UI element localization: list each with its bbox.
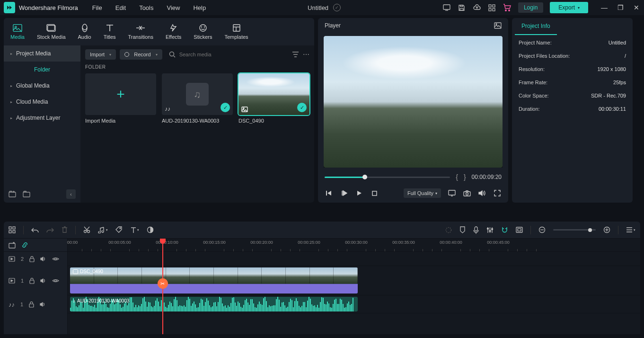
sidebar-global-media[interactable]: ▸Global Media (4, 78, 80, 94)
split-button[interactable]: ✂ (158, 278, 168, 289)
scrubber[interactable] (325, 177, 450, 178)
visibility-icon[interactable] (52, 257, 59, 261)
add-track-icon[interactable] (9, 242, 16, 249)
record-dropdown[interactable]: Record▾ (120, 49, 162, 60)
stop-button[interactable] (370, 189, 379, 197)
tag-icon[interactable] (115, 226, 123, 233)
main-menu: File Edit Tools View Help (92, 4, 206, 11)
display-icon[interactable] (448, 189, 456, 197)
folder-icon[interactable] (23, 191, 30, 197)
zoom-out-button[interactable] (538, 226, 546, 233)
mixer-icon[interactable] (486, 227, 494, 233)
track-header-a1[interactable]: ♪♪ 1 (4, 295, 67, 313)
audio-clip-tile[interactable]: ♫ ♪♪ ✓ AUD-20190130-WA0003 (162, 73, 233, 124)
volume-icon[interactable] (478, 189, 486, 197)
track-header-v2[interactable]: 2 (4, 252, 67, 266)
apps-icon[interactable] (488, 3, 496, 12)
menu-help[interactable]: Help (193, 4, 206, 11)
tab-transitions[interactable]: Transitions (128, 24, 153, 40)
fullscreen-icon[interactable] (493, 189, 502, 197)
timeline-tracks[interactable]: 00:0000:00:05:0000:00:10:0000:00:15:0000… (68, 239, 640, 334)
svg-rect-43 (475, 227, 477, 231)
mic-icon[interactable] (473, 226, 479, 234)
zoom-in-button[interactable] (603, 226, 610, 233)
snapshot-icon[interactable] (494, 22, 502, 29)
magnet-icon[interactable] (501, 226, 508, 233)
project-info-tab[interactable]: Project Info (515, 18, 557, 35)
mute-icon[interactable] (40, 278, 46, 284)
mark-out-button[interactable]: } (464, 173, 466, 181)
color-icon[interactable] (147, 226, 154, 233)
mark-in-button[interactable]: { (456, 173, 458, 181)
lock-icon[interactable] (29, 278, 35, 284)
timeline-ruler[interactable]: 00:0000:00:05:0000:00:10:0000:00:15:0000… (68, 239, 640, 252)
import-dropdown[interactable]: Import▾ (85, 49, 116, 60)
quality-dropdown[interactable]: Full Quality▾ (404, 188, 441, 198)
collapse-sidebar-button[interactable]: ‹ (66, 189, 76, 199)
tab-audio[interactable]: Audio (78, 24, 91, 40)
cloud-icon[interactable] (473, 3, 481, 12)
lock-icon[interactable] (29, 302, 34, 308)
text-icon[interactable]: ▾ (130, 227, 139, 233)
filter-icon[interactable] (292, 51, 299, 58)
mute-icon[interactable] (40, 302, 46, 307)
export-button[interactable]: Export▾ (550, 2, 588, 13)
tab-stock-media[interactable]: Stock Media (37, 24, 66, 40)
audio-track-1[interactable]: ♪AUD-20190130-WA0003 (68, 295, 640, 313)
video-clip[interactable]: DSC_0490 (70, 267, 358, 294)
tab-titles[interactable]: Titles (104, 24, 116, 40)
login-button[interactable]: Login (518, 2, 543, 13)
new-bin-icon[interactable] (9, 191, 16, 197)
search-icon[interactable] (169, 51, 176, 58)
playhead[interactable]: ✂ (162, 239, 163, 334)
tab-label: Stock Media (37, 34, 66, 40)
more-icon[interactable]: ⋯ (303, 51, 309, 58)
menu-view[interactable]: View (167, 4, 180, 11)
circle-icon[interactable] (445, 227, 452, 233)
step-back-button[interactable] (340, 189, 348, 197)
track-header-v1[interactable]: 1 (4, 266, 67, 295)
prev-frame-button[interactable] (325, 189, 333, 197)
svg-rect-21 (23, 192, 30, 197)
sidebar-adjustment-layer[interactable]: ▸Adjustment Layer (4, 110, 80, 126)
zoom-slider[interactable] (553, 229, 596, 231)
import-media-tile[interactable]: + Import Media (85, 73, 156, 124)
audio-edit-icon[interactable]: ▾ (98, 227, 108, 233)
tab-templates[interactable]: Templates (224, 24, 248, 40)
preview-viewport[interactable] (324, 36, 503, 168)
visibility-icon[interactable] (52, 278, 59, 283)
device-icon[interactable] (442, 3, 451, 12)
crop-icon[interactable] (516, 227, 523, 233)
image-clip-tile[interactable]: ✓ DSC_0490 (238, 73, 309, 124)
undo-button[interactable] (31, 227, 39, 233)
tab-media[interactable]: Media (10, 24, 25, 40)
sidebar-folder[interactable]: Folder (4, 62, 80, 78)
maximize-button[interactable]: ❐ (617, 4, 624, 11)
video-track-2[interactable] (68, 252, 640, 266)
sidebar-project-media[interactable]: ▸Project Media (4, 45, 80, 62)
camera-icon[interactable] (463, 189, 471, 197)
marker-icon[interactable] (459, 226, 466, 233)
mute-icon[interactable] (40, 256, 46, 262)
cart-icon[interactable] (503, 3, 512, 12)
audio-clip[interactable]: ♪AUD-20190130-WA0003 (70, 297, 358, 311)
close-button[interactable]: ✕ (633, 4, 640, 11)
delete-button[interactable] (62, 226, 68, 233)
layout-icon[interactable] (9, 226, 16, 233)
tab-stickers[interactable]: Stickers (194, 24, 212, 40)
menu-edit[interactable]: Edit (115, 4, 126, 11)
list-view-icon[interactable]: ▾ (626, 227, 635, 233)
minimize-button[interactable]: — (600, 4, 608, 11)
menu-tools[interactable]: Tools (139, 4, 153, 11)
tab-effects[interactable]: Effects (166, 24, 181, 40)
redo-button[interactable] (46, 227, 54, 233)
link-icon[interactable] (21, 241, 28, 249)
video-track-1[interactable]: DSC_0490 (68, 266, 640, 295)
cut-button[interactable] (83, 226, 90, 233)
save-icon[interactable] (458, 3, 466, 12)
lock-icon[interactable] (29, 256, 35, 262)
sidebar-cloud-media[interactable]: ▸Cloud Media (4, 94, 80, 110)
menu-file[interactable]: File (92, 4, 102, 11)
search-input[interactable] (179, 52, 285, 57)
play-button[interactable] (355, 189, 363, 197)
